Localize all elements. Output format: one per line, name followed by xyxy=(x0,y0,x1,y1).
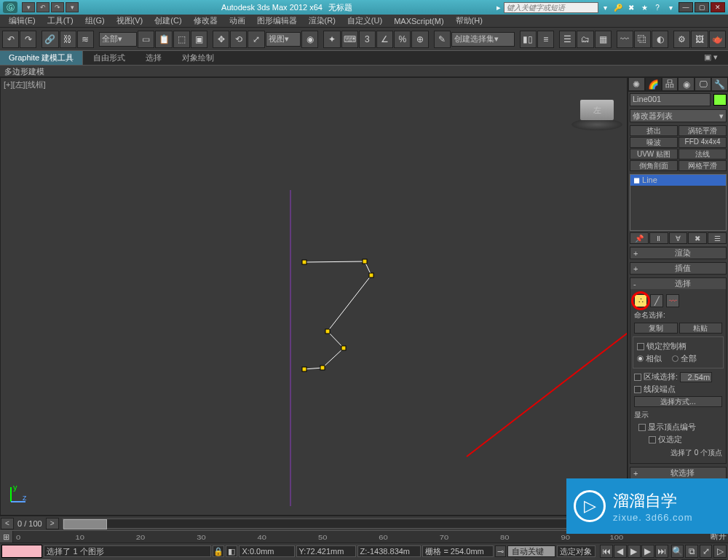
scale-icon[interactable]: ⤢ xyxy=(248,31,264,48)
menu-customize[interactable]: 自定义(U) xyxy=(341,15,388,26)
ref-coord-system[interactable]: 视图 ▾ xyxy=(266,32,301,47)
mod-btn-turbosmooth[interactable]: 涡轮平滑 xyxy=(678,125,727,136)
close-button[interactable]: ✕ xyxy=(711,2,725,12)
copy-button[interactable]: 复制 xyxy=(634,323,678,334)
rendered-frame-icon[interactable]: 🖼 xyxy=(691,31,708,48)
auto-key-button[interactable]: 自动关键点 xyxy=(507,545,555,557)
bind-spacewarp-icon[interactable]: ≋ xyxy=(77,31,94,48)
utilities-tab-icon[interactable]: 🔧 xyxy=(711,77,728,91)
curve-editor-icon[interactable]: 〰 xyxy=(617,31,633,48)
mod-btn-meshsmooth[interactable]: 网格平滑 xyxy=(678,160,727,171)
timeslider-next[interactable]: > xyxy=(46,518,59,529)
infocenter-dropdown[interactable]: ▾ xyxy=(599,2,611,12)
modifier-list[interactable]: 修改器列表▾ xyxy=(630,109,727,122)
coord-y[interactable]: Y:72.421mm xyxy=(296,545,356,557)
menu-edit[interactable]: 编辑(E) xyxy=(3,15,41,26)
qat-undo[interactable]: ↶ xyxy=(36,2,50,12)
unlink-icon[interactable]: ⛓ xyxy=(60,31,76,48)
show-end-result-icon[interactable]: Ⅱ xyxy=(649,232,668,244)
maximize-button[interactable]: ▢ xyxy=(695,2,709,12)
play-next-icon[interactable]: ▶ xyxy=(641,545,654,558)
qat-redo[interactable]: ↷ xyxy=(51,2,64,12)
object-name-field[interactable]: Line001 xyxy=(630,93,711,106)
menu-create[interactable]: 创建(C) xyxy=(149,15,187,26)
app-icon[interactable]: Ⓖ xyxy=(3,1,17,13)
viewport[interactable]: [+][左][线框] 左 y z xyxy=(0,77,628,516)
isolate-icon[interactable]: ◧ xyxy=(226,545,237,557)
modifier-stack[interactable]: ◼ Line xyxy=(630,174,727,231)
ribbon-tab-graphite[interactable]: Graphite 建模工具 xyxy=(0,51,83,65)
select-by-name-icon[interactable]: 📋 xyxy=(155,31,172,48)
ribbon-panel-label[interactable]: 多边形建模 xyxy=(0,66,728,77)
minimize-button[interactable]: — xyxy=(678,2,693,12)
nav-zoom-ext-icon[interactable]: ⤢ xyxy=(700,545,713,558)
key-filter-dropdown[interactable]: 选定对象 xyxy=(557,545,596,557)
mirror-icon[interactable]: ▮▯ xyxy=(520,31,537,48)
help-icon[interactable]: ? xyxy=(652,2,663,12)
timeslider-prev[interactable]: < xyxy=(1,518,14,529)
paste-button[interactable]: 粘贴 xyxy=(679,323,723,334)
select-by-button[interactable]: 选择方式... xyxy=(634,396,722,407)
selected-only-checkbox[interactable] xyxy=(649,436,656,443)
menu-rendering[interactable]: 渲染(R) xyxy=(303,15,341,26)
edit-named-sel-icon[interactable]: ✎ xyxy=(434,31,451,48)
ribbon-collapse-icon[interactable]: ▣ ▾ xyxy=(694,51,728,65)
layers-icon[interactable]: ☰ xyxy=(559,31,576,48)
undo-icon[interactable]: ↶ xyxy=(2,31,19,48)
area-select-checkbox[interactable] xyxy=(634,374,641,381)
timeslider-thumb[interactable] xyxy=(63,519,107,529)
spinner-snap-icon[interactable]: ⊕ xyxy=(411,31,428,48)
selection-lock-icon[interactable]: 🔒 xyxy=(213,545,224,557)
coord-z[interactable]: Z:-1438.834m xyxy=(357,545,422,557)
select-region-icon[interactable]: ⬚ xyxy=(173,31,190,48)
selection-filter[interactable]: 全部 ▾ xyxy=(99,32,137,47)
ribbon-opt-selection[interactable]: 选择 xyxy=(135,51,172,65)
stack-item-line[interactable]: ◼ Line xyxy=(630,175,726,186)
ribbon-opt-paint[interactable]: 对象绘制 xyxy=(172,51,224,65)
render-setup-icon[interactable]: ⚙ xyxy=(673,31,690,48)
window-crossing-icon[interactable]: ▣ xyxy=(191,31,207,48)
show-vertex-numbers-checkbox[interactable] xyxy=(638,424,646,431)
segment-end-checkbox[interactable] xyxy=(634,386,641,393)
pin-stack-icon[interactable]: 📌 xyxy=(630,232,649,244)
nav-zoom-icon[interactable]: 🔍 xyxy=(671,545,684,558)
mod-btn-uvw[interactable]: UVW 贴图 xyxy=(630,149,678,159)
menu-help[interactable]: 帮助(H) xyxy=(450,15,488,26)
mod-btn-ffd[interactable]: FFD 4x4x4 xyxy=(678,137,727,148)
configure-sets-icon[interactable]: ☰ xyxy=(708,232,727,244)
redo-icon[interactable]: ↷ xyxy=(20,31,36,48)
qat-more[interactable]: ▾ xyxy=(66,2,79,12)
play-start-icon[interactable]: ⏮ xyxy=(600,545,613,558)
menu-grapheditors[interactable]: 图形编辑器 xyxy=(251,15,303,26)
mod-btn-bevelprofile[interactable]: 倒角剖面 xyxy=(630,160,678,171)
trackbar-toggle-icon[interactable]: ⊞ xyxy=(0,531,13,543)
modify-tab-icon[interactable]: 🌈 xyxy=(645,77,662,91)
link-icon[interactable]: 🔗 xyxy=(41,31,58,48)
menu-animation[interactable]: 动画 xyxy=(223,15,251,26)
material-editor-icon[interactable]: ◐ xyxy=(652,31,668,48)
motion-tab-icon[interactable]: ◉ xyxy=(678,77,695,91)
menu-tools[interactable]: 工具(T) xyxy=(41,15,79,26)
remove-modifier-icon[interactable]: ✖ xyxy=(688,232,707,244)
nav-zoom-all-icon[interactable]: ⧉ xyxy=(685,545,698,558)
menu-modifiers[interactable]: 修改器 xyxy=(188,15,223,26)
subobj-segment-icon[interactable]: ╱ xyxy=(650,294,663,307)
create-tab-icon[interactable]: ✺ xyxy=(628,77,645,91)
keyboard-shortcut-icon[interactable]: ⌨ xyxy=(341,31,358,48)
area-select-spinner[interactable]: 2.54m xyxy=(680,372,712,382)
rotate-icon[interactable]: ⟲ xyxy=(230,31,247,48)
macro-recorder-box[interactable] xyxy=(1,545,42,558)
timeslider-track[interactable] xyxy=(63,518,625,529)
manipulate-icon[interactable]: ✦ xyxy=(323,31,340,48)
hierarchy-tab-icon[interactable]: 品 xyxy=(662,77,678,91)
menu-maxscript[interactable]: MAXScript(M) xyxy=(388,17,449,25)
named-sel-sets[interactable]: 创建选择集 ▾ xyxy=(451,32,515,47)
help-dropdown[interactable]: ▾ xyxy=(665,2,676,12)
app-menu-dropdown[interactable]: ▾ xyxy=(22,2,35,12)
play-end-icon[interactable]: ⏭ xyxy=(655,545,668,558)
schematic-view-icon[interactable]: ⿻ xyxy=(634,31,651,48)
render-icon[interactable]: 🫖 xyxy=(709,31,726,48)
play-icon[interactable]: ▶ xyxy=(628,545,641,558)
mod-btn-noise[interactable]: 噪波 xyxy=(630,137,678,148)
exchange-icon[interactable]: ✖ xyxy=(625,2,637,12)
